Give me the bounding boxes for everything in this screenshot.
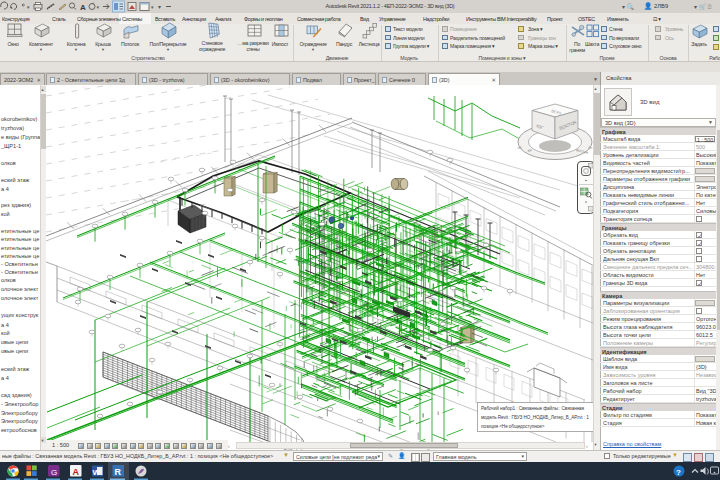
svg-text:?: ?	[676, 468, 681, 477]
svg-text:A: A	[80, 3, 86, 12]
svg-text:▾: ▾	[27, 4, 30, 10]
svg-text:▾: ▾	[97, 4, 100, 10]
svg-text:Рабочий набор1 : Связанные фай: Рабочий набор1 : Связанные файлы : Связа…	[481, 405, 585, 411]
svg-text:A: A	[73, 467, 80, 477]
svg-text:▾: ▾	[158, 4, 161, 10]
svg-text:G: G	[51, 468, 57, 477]
svg-text:модель Revit : ГБУЗ НО_НОДКБ_Л: модель Revit : ГБУЗ НО_НОДКБ_Литер_Б_АР.…	[481, 415, 589, 420]
svg-text:W: W	[93, 468, 101, 477]
svg-text:позиция <Не общедоступное>: позиция <Не общедоступное>	[481, 424, 545, 429]
svg-text:R: R	[115, 467, 122, 477]
svg-text:▾: ▾	[151, 4, 154, 10]
